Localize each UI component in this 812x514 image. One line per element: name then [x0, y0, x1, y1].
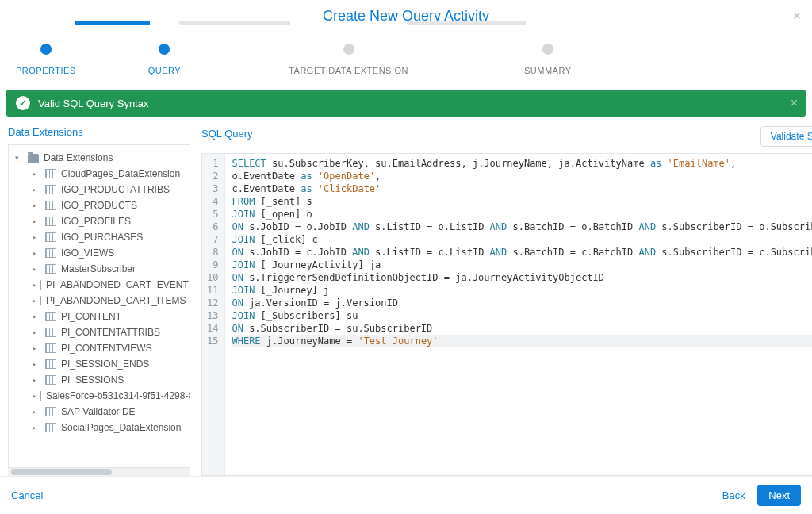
tree-item[interactable]: ▸IGO_PRODUCTS [29, 198, 186, 213]
tree-item[interactable]: ▸PI_CONTENT [29, 309, 186, 324]
step-connector [75, 21, 150, 25]
code-line[interactable]: ON s.JobID = o.JobID AND s.ListID = o.Li… [232, 221, 812, 233]
chevron-down-icon: ▾ [15, 154, 25, 162]
banner-close-icon[interactable]: × [791, 96, 798, 110]
back-button[interactable]: Back [722, 489, 745, 501]
tree-item[interactable]: ▸MasterSubscriber [29, 261, 186, 277]
data-extensions-tree[interactable]: ▾ Data Extensions ▸CloudPages_DataExtens… [8, 144, 190, 468]
banner-text: Valid SQL Query Syntax [38, 98, 148, 109]
tree-item-label: IGO_PURCHASES [61, 232, 143, 243]
chevron-right-icon: ▸ [33, 376, 42, 384]
code-line[interactable]: JOIN [_Subscribers] su [232, 309, 812, 322]
tree-item-label: MasterSubscriber [61, 263, 136, 274]
step-query[interactable]: QUERY [148, 44, 181, 75]
validate-syntax-button[interactable]: Validate Syntax [760, 126, 812, 147]
chevron-right-icon: ▸ [33, 392, 36, 400]
chevron-right-icon: ▸ [33, 360, 42, 368]
success-banner: ✓ Valid SQL Query Syntax × [6, 90, 806, 117]
tree-item[interactable]: ▸IGO_PURCHASES [29, 229, 186, 245]
sql-editor[interactable]: 123456789101112131415 SELECT su.Subscrib… [201, 153, 812, 476]
left-title: Data Extensions [8, 126, 190, 138]
code-line[interactable]: JOIN [_open] o [232, 208, 812, 221]
code-line[interactable]: ON s.JobID = c.JobID AND s.ListID = c.Li… [232, 246, 812, 259]
tree-item[interactable]: ▸SalesForce-b531c314-9f51-4298-8 [29, 388, 186, 404]
data-extension-icon [40, 296, 41, 305]
tree-item[interactable]: ▸PI_ABANDONED_CART_EVENT [29, 277, 186, 293]
check-icon: ✓ [16, 96, 30, 110]
tree-item-label: PI_SESSIONS [61, 374, 124, 386]
code-line[interactable]: ON s.TriggererSendDefinitionObjectID = j… [232, 271, 812, 284]
tree-item[interactable]: ▸PI_CONTENTATTRIBS [29, 324, 186, 340]
left-panel: Data Extensions ▾ Data Extensions ▸Cloud… [8, 126, 190, 476]
code-line[interactable]: JOIN [_Journey] j [232, 284, 812, 297]
data-extension-icon [45, 375, 56, 385]
data-extension-icon [45, 328, 56, 337]
step-dot-icon [159, 44, 170, 55]
next-button[interactable]: Next [757, 485, 801, 506]
data-extension-icon [45, 312, 56, 321]
step-dot-icon [40, 44, 52, 55]
tree-item[interactable]: ▸IGO_PRODUCTATTRIBS [29, 182, 186, 198]
code-line[interactable]: ON ja.VersionID = j.VersionID [232, 297, 812, 309]
code-line[interactable]: o.EventDate as 'OpenDate', [232, 170, 812, 182]
folder-icon [28, 154, 39, 163]
code-line[interactable]: FROM [_sent] s [232, 195, 812, 208]
step-label: QUERY [148, 66, 181, 75]
tree-item-label: SAP Validator DE [61, 406, 136, 417]
wizard-stepper: PROPERTIES QUERY TARGET DATA EXTENSION S… [0, 29, 812, 82]
code-line[interactable]: JOIN [_click] c [232, 233, 812, 246]
cancel-button[interactable]: Cancel [11, 489, 43, 501]
code-line[interactable]: SELECT su.SubscriberKey, su.EmailAddress… [232, 157, 812, 170]
chevron-right-icon: ▸ [33, 201, 42, 209]
modal: Create New Query Activity × PROPERTIES Q… [0, 0, 812, 514]
code-line[interactable]: WHERE j.JourneyName = 'Test Journey' [232, 335, 812, 347]
chevron-right-icon: ▸ [33, 297, 36, 305]
data-extension-icon [45, 217, 56, 226]
tree-item-label: SalesForce-b531c314-9f51-4298-8 [46, 390, 190, 401]
chevron-right-icon: ▸ [33, 233, 42, 241]
data-extension-icon [45, 169, 56, 178]
step-summary[interactable]: SUMMARY [524, 44, 572, 75]
right-panel: SQL Query Validate Syntax 12345678910111… [201, 126, 812, 476]
tree-item-label: PI_CONTENTVIEWS [61, 343, 152, 354]
data-extension-icon [45, 359, 56, 369]
step-properties[interactable]: PROPERTIES [16, 44, 76, 75]
modal-body: Data Extensions ▾ Data Extensions ▸Cloud… [0, 117, 812, 476]
step-label: PROPERTIES [16, 66, 76, 75]
code-area[interactable]: SELECT su.SubscriberKey, su.EmailAddress… [225, 154, 812, 475]
tree-item[interactable]: ▸CloudPages_DataExtension [29, 166, 186, 182]
data-extension-icon [45, 264, 56, 274]
tree-item-label: IGO_PRODUCTATTRIBS [61, 184, 170, 195]
chevron-right-icon: ▸ [33, 408, 42, 416]
horizontal-scrollbar[interactable] [8, 468, 190, 476]
tree-item-label: IGO_PROFILES [61, 216, 131, 227]
tree-item[interactable]: ▸PI_CONTENTVIEWS [29, 340, 186, 356]
tree-item[interactable]: ▸PI_SESSION_ENDS [29, 356, 186, 372]
data-extension-icon [45, 201, 56, 210]
code-line[interactable]: JOIN [_JourneyActivity] ja [232, 259, 812, 271]
tree-item-label: PI_CONTENTATTRIBS [61, 327, 160, 338]
code-line[interactable]: ON s.SubscriberID = su.SubscriberID [232, 322, 812, 335]
data-extension-icon [45, 343, 56, 353]
tree-item[interactable]: ▸IGO_PROFILES [29, 213, 186, 229]
tree-item-label: IGO_VIEWS [61, 247, 114, 259]
chevron-right-icon: ▸ [33, 170, 42, 178]
data-extension-icon [45, 423, 56, 432]
tree-item-label: PI_ABANDONED_CART_ITEMS [46, 295, 186, 306]
tree-item-label: SocialPages_DataExtension [61, 422, 181, 433]
tree-root-node[interactable]: ▾ Data Extensions [12, 150, 186, 166]
step-connector [179, 21, 290, 25]
tree-item[interactable]: ▸PI_ABANDONED_CART_ITEMS [29, 293, 186, 309]
step-target-data-extension[interactable]: TARGET DATA EXTENSION [289, 44, 408, 75]
chevron-right-icon: ▸ [33, 217, 42, 225]
code-line[interactable]: c.EventDate as 'ClickDate' [232, 182, 812, 195]
chevron-right-icon: ▸ [33, 344, 42, 352]
tree-item[interactable]: ▸IGO_VIEWS [29, 245, 186, 261]
tree-item[interactable]: ▸SAP Validator DE [29, 404, 186, 420]
tree-item[interactable]: ▸PI_SESSIONS [29, 372, 186, 388]
close-icon[interactable]: × [792, 8, 801, 25]
tree-item[interactable]: ▸SocialPages_DataExtension [29, 420, 186, 435]
step-connector [407, 21, 526, 25]
data-extension-icon [40, 391, 41, 401]
tree-item-label: PI_ABANDONED_CART_EVENT [46, 279, 189, 290]
